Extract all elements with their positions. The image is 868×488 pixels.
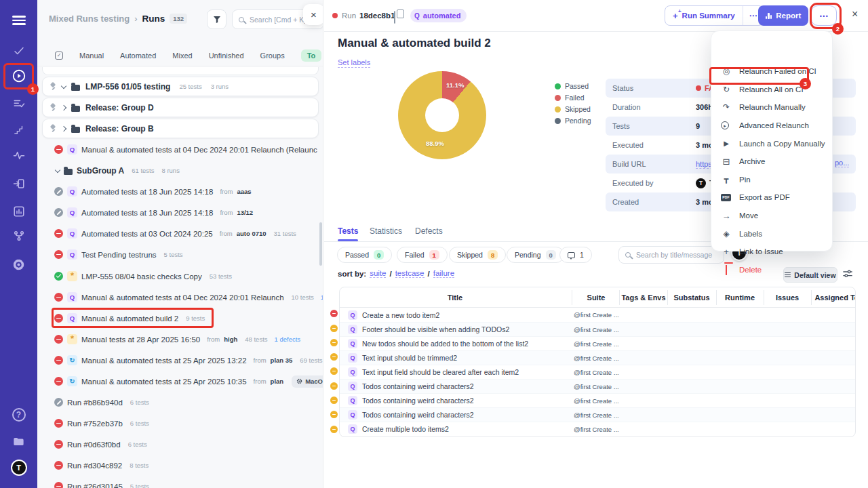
table-row[interactable]: Q Todos containing weird characters2@fir… bbox=[340, 379, 856, 393]
sort-by-testcase-link[interactable]: testcase bbox=[395, 269, 425, 278]
failed-status-icon bbox=[54, 356, 63, 365]
workspace-logo[interactable]: T bbox=[0, 456, 37, 479]
menu-item-link-to-issue[interactable]: + Link to Issue bbox=[711, 243, 833, 261]
table-row[interactable]: Q Create a new todo item2@first Create .… bbox=[340, 308, 856, 322]
panel-close-button[interactable]: × bbox=[303, 4, 323, 25]
automated-run-icon: Q bbox=[67, 292, 77, 302]
table-row[interactable]: Q New todos should be added to the botto… bbox=[340, 336, 856, 350]
menu-item-delete[interactable]: Delete bbox=[711, 261, 833, 279]
sidebar-item-test-plans[interactable] bbox=[0, 92, 37, 115]
report-button[interactable]: Report bbox=[758, 5, 808, 26]
table-row[interactable]: Q Text input field should be cleared aft… bbox=[340, 365, 856, 379]
table-row[interactable]: Q Create multiple todo items2@first Crea… bbox=[340, 422, 856, 436]
donut-failed-label: 11.1% bbox=[446, 81, 464, 89]
filter-tab-mixed[interactable]: Mixed bbox=[172, 52, 192, 60]
run-list-item[interactable]: Run #752eb37b 6 tests bbox=[37, 413, 323, 434]
filter-pill-passed[interactable]: Passed0 bbox=[337, 247, 392, 263]
menu-item-export-pdf[interactable]: PDF Export as PDF bbox=[711, 188, 833, 207]
chevron-down-icon[interactable] bbox=[61, 83, 66, 88]
manual-run-icon: * bbox=[67, 271, 77, 281]
table-row[interactable]: Q Todos containing weird characters2@fir… bbox=[340, 407, 856, 422]
run-list-item[interactable]: * LMP-555 08/04 basic checks Copy 53 tes… bbox=[37, 266, 323, 287]
filter-button[interactable] bbox=[207, 9, 226, 29]
detail-close-button[interactable]: × bbox=[852, 8, 858, 20]
menu-item-labels[interactable]: ◈ Labels bbox=[711, 224, 833, 243]
select-all-icon[interactable]: ✓ bbox=[55, 52, 63, 60]
sidebar-item-import[interactable] bbox=[0, 172, 37, 195]
group-row[interactable]: Release: Group D bbox=[42, 98, 319, 117]
chevron-right-icon[interactable] bbox=[61, 104, 66, 110]
automated-badge[interactable]: Q automated bbox=[410, 9, 467, 22]
tests-search-input[interactable] bbox=[635, 250, 717, 260]
sort-by-failure-link[interactable]: failure bbox=[433, 269, 454, 278]
breadcrumb-separator-icon: › bbox=[134, 14, 137, 24]
scrollbar[interactable] bbox=[319, 222, 322, 266]
filter-tab-unfinished[interactable]: Unfinished bbox=[209, 52, 244, 60]
menu-item-move[interactable]: → Move bbox=[711, 207, 833, 225]
column-header-title[interactable]: Title bbox=[448, 293, 462, 302]
menu-item-advanced-relaunch[interactable]: ▸ Advanced Relaunch bbox=[711, 117, 833, 135]
run-list-item[interactable]: Q Test Pending testruns 5 tests bbox=[37, 244, 323, 265]
filter-tab-today[interactable]: To bbox=[301, 49, 322, 62]
table-row[interactable]: Q Todos containing weird characters2@fir… bbox=[340, 393, 856, 407]
run-list-item[interactable]: * Manual tests at 28 Apr 2025 16:50 from… bbox=[37, 329, 323, 350]
breadcrumb-project[interactable]: Mixed Runs testing bbox=[49, 14, 130, 24]
sidebar-item-settings[interactable] bbox=[0, 253, 37, 276]
run-list-item[interactable]: Run #d304c892 8 tests bbox=[37, 455, 323, 476]
sidebar-item-projects[interactable] bbox=[0, 430, 37, 453]
sidebar-item-help[interactable]: ? bbox=[0, 403, 37, 426]
run-list-item[interactable]: Q Automated tests at 18 Jun 2025 14:18 f… bbox=[37, 181, 323, 202]
menu-item-archive[interactable]: ⊟ Archive bbox=[711, 152, 833, 171]
subgroup-row[interactable]: SubGroup A 61 tests 8 runs bbox=[37, 160, 323, 181]
filter-pill-failed[interactable]: Failed1 bbox=[397, 247, 448, 263]
sidebar-item-pulse[interactable] bbox=[0, 144, 37, 167]
build-url-tail-link[interactable]: po... bbox=[835, 159, 849, 167]
sidebar-item-branches[interactable] bbox=[0, 224, 37, 247]
table-row[interactable]: Q Footer should be visible when adding T… bbox=[340, 322, 856, 336]
column-header-issues[interactable]: Issues bbox=[776, 293, 799, 302]
run-list-item[interactable]: Q Automated tests at 18 Jun 2025 14:18 f… bbox=[37, 202, 323, 223]
run-list-item[interactable]: Run #b86b940d 6 tests bbox=[37, 392, 323, 413]
column-settings-button[interactable] bbox=[843, 269, 852, 281]
menu-item-pin[interactable]: ┳ Pin bbox=[711, 171, 833, 189]
group-row[interactable]: LMP-556 01/05 testing 25 tests 3 runs bbox=[42, 77, 319, 96]
column-header-suite[interactable]: Suite bbox=[587, 293, 606, 302]
tab-statistics[interactable]: Statistics bbox=[370, 226, 402, 236]
group-row[interactable]: Release: Group B bbox=[42, 119, 319, 138]
run-list-item[interactable]: Q Manual & automated tests at 04 Dec 202… bbox=[37, 139, 323, 160]
filter-tab-groups[interactable]: Groups bbox=[260, 52, 285, 60]
set-labels-link[interactable]: Set labels bbox=[338, 58, 370, 68]
run-list-item[interactable]: Q Manual & automated tests at 04 Dec 202… bbox=[37, 287, 323, 308]
filter-tab-automated[interactable]: Automated bbox=[120, 52, 156, 60]
run-list-item[interactable]: Run #26d30145 5 tests bbox=[37, 476, 323, 488]
move-icon: → bbox=[721, 211, 732, 220]
menu-toggle-button[interactable] bbox=[0, 9, 37, 32]
table-row[interactable]: Q Text input should be trimmed2@first Cr… bbox=[340, 350, 856, 365]
filter-pill-pending[interactable]: Pending0 bbox=[507, 247, 564, 263]
run-list-item[interactable]: ↻ Manual & automated tests at 25 Apr 202… bbox=[37, 350, 323, 371]
run-list-item[interactable]: Run #0d63f0bd 6 tests bbox=[37, 434, 323, 455]
filter-tab-manual[interactable]: Manual bbox=[79, 52, 104, 60]
sidebar-item-checks[interactable] bbox=[0, 39, 37, 62]
column-header-tags[interactable]: Tags & Envs bbox=[621, 293, 665, 302]
run-summary-button[interactable]: ++ Run Summary ⋯ bbox=[665, 5, 764, 26]
sidebar-item-milestones[interactable] bbox=[0, 118, 37, 141]
menu-item-relaunch-manually[interactable]: ↷ Relaunch Manually bbox=[711, 98, 833, 117]
tab-tests[interactable]: Tests bbox=[338, 226, 358, 236]
column-header-substatus[interactable]: Substatus bbox=[673, 293, 709, 302]
menu-item-launch-copy[interactable]: ▶ Launch a Copy Manually bbox=[711, 134, 833, 152]
filter-pill-comments[interactable]: 1 bbox=[559, 247, 592, 263]
automated-run-icon: Q bbox=[67, 144, 77, 155]
close-icon: × bbox=[311, 9, 317, 20]
chevron-right-icon[interactable] bbox=[61, 125, 66, 131]
chevron-down-icon[interactable] bbox=[55, 167, 60, 172]
filter-pill-skipped[interactable]: Skipped8 bbox=[449, 247, 506, 263]
copy-icon[interactable] bbox=[394, 11, 395, 24]
run-list-item[interactable]: Q Automated tests at 03 Oct 2024 20:25 f… bbox=[37, 223, 323, 244]
sort-by-suite-link[interactable]: suite bbox=[370, 269, 386, 278]
column-header-assigned[interactable]: Assigned To bbox=[814, 293, 856, 302]
run-list-item[interactable]: ↻ Manual & automated tests at 25 Apr 202… bbox=[37, 371, 323, 392]
sidebar-item-analytics[interactable] bbox=[0, 200, 37, 223]
column-header-runtime[interactable]: Runtime bbox=[725, 293, 755, 302]
tab-defects[interactable]: Defects bbox=[415, 226, 443, 236]
